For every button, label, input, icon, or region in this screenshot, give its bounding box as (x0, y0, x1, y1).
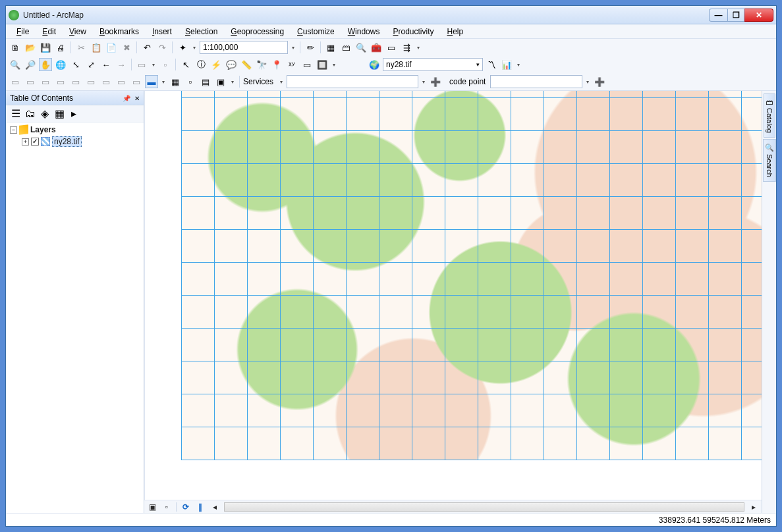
list-by-source-button[interactable]: 🗂 (24, 108, 36, 120)
paste-button[interactable]: 📄 (105, 41, 118, 54)
go-to-xy-button[interactable]: ᵡʸ (285, 58, 298, 71)
scroll-right-button[interactable]: ▸ (748, 502, 759, 512)
menu-help[interactable]: Help (441, 26, 470, 38)
edit-tool9[interactable]: ▭ (130, 75, 143, 88)
menu-geoprocessing[interactable]: Geoprocessing (224, 26, 291, 38)
copy-button[interactable]: 📋 (90, 41, 103, 54)
cut-button[interactable]: ✂ (74, 41, 88, 54)
menu-bookmarks[interactable]: Bookmarks (93, 26, 146, 38)
time-slider-button[interactable]: ▭ (300, 58, 314, 71)
scroll-left-button[interactable]: ◂ (209, 502, 220, 512)
fixed-zoom-out-button[interactable]: ⤢ (84, 58, 98, 71)
close-panel-button[interactable] (134, 93, 140, 103)
expand-toggle[interactable]: + (22, 138, 29, 146)
undo-button[interactable]: ↶ (140, 41, 154, 54)
close-button[interactable]: ✕ (744, 9, 773, 22)
pan-button[interactable]: ✋ (39, 58, 52, 71)
pause-button[interactable]: ‖ (195, 502, 206, 512)
print-button[interactable]: 🖨 (54, 41, 67, 54)
edit-tool2[interactable]: ▭ (24, 75, 37, 88)
add-data-dropdown[interactable]: ▾ (191, 41, 198, 54)
tools-overflow[interactable]: ▾ (331, 58, 337, 71)
measure-button[interactable]: 📏 (240, 58, 253, 71)
pin-button[interactable] (123, 93, 130, 103)
refresh-button[interactable]: ⟳ (181, 502, 191, 512)
cp-dd[interactable]: ▾ (584, 75, 591, 88)
select-elements-button[interactable]: ↖ (179, 58, 192, 71)
select-dropdown[interactable]: ▾ (150, 58, 157, 71)
edit-tool6[interactable]: ▭ (84, 75, 98, 88)
effects-histo-button[interactable]: 📊 (500, 58, 513, 71)
identify-button[interactable]: ⓘ (194, 58, 208, 71)
h-scrollbar[interactable] (224, 502, 744, 512)
collapse-toggle[interactable]: − (10, 126, 17, 134)
map-view[interactable] (144, 91, 762, 500)
edit-tool3[interactable]: ▭ (39, 75, 52, 88)
menu-file[interactable]: File (10, 26, 36, 38)
layout-view-button[interactable]: ▫ (161, 502, 172, 512)
menu-windows[interactable]: Windows (341, 26, 387, 38)
zoom-out-button[interactable]: 🔎 (24, 58, 37, 71)
scale-dropdown[interactable]: ▾ (290, 41, 296, 54)
edit-tool4[interactable]: ▭ (54, 75, 67, 88)
catalog-button[interactable]: 🗃 (339, 41, 352, 54)
menu-customize[interactable]: Customize (291, 26, 341, 38)
find-button[interactable]: 🔭 (255, 58, 268, 71)
layer-item[interactable]: + ✓ ny28.tif (7, 136, 142, 147)
search-window-button[interactable]: 🔍 (354, 41, 368, 54)
misc-snap[interactable]: ▫ (184, 75, 197, 88)
clear-selected-button[interactable]: ▫ (159, 58, 172, 71)
select-features-button[interactable]: ▭ (135, 58, 148, 71)
list-by-drawing-order-button[interactable]: ☰ (10, 108, 22, 120)
python-button[interactable]: ▭ (385, 41, 398, 54)
menu-selection[interactable]: Selection (179, 26, 224, 38)
hyperlink-button[interactable]: ⚡ (209, 58, 223, 71)
catalog-tab[interactable]: 🗃Catalog (764, 93, 775, 138)
minimize-button[interactable]: — (709, 9, 727, 22)
edit-tool8[interactable]: ▭ (115, 75, 128, 88)
editor-toolbar-button[interactable]: ✏ (304, 41, 317, 54)
services-dropdown[interactable]: ▾ (278, 75, 285, 88)
svc-dd[interactable]: ▾ (420, 75, 427, 88)
effects-swipe-button[interactable]: 〽 (485, 58, 498, 71)
layer-combo[interactable]: ny28.tif ▾ (383, 58, 483, 71)
data-view-button[interactable]: ▣ (147, 502, 157, 512)
layers-node[interactable]: − Layers (7, 125, 142, 134)
edit-tool5[interactable]: ▭ (69, 75, 82, 88)
menu-view[interactable]: View (63, 26, 93, 38)
next-extent-button[interactable]: → (115, 58, 128, 71)
add-data-button[interactable]: ✦ (176, 41, 189, 54)
zoom-in-button[interactable]: 🔍 (9, 58, 22, 71)
edit-tool[interactable]: ▭ (9, 75, 22, 88)
codepoint-combo[interactable] (490, 75, 582, 88)
misc-opt2[interactable]: ▣ (214, 75, 227, 88)
viewer-button[interactable]: 🔲 (316, 58, 329, 71)
open-button[interactable]: 📂 (24, 41, 37, 54)
misc-opt[interactable]: ▤ (199, 75, 212, 88)
visibility-checkbox[interactable]: ✓ (31, 138, 39, 146)
delete-button[interactable]: ✖ (120, 41, 133, 54)
find-route-button[interactable]: 📍 (270, 58, 283, 71)
cp-add-button[interactable]: ➕ (593, 75, 606, 88)
html-popup-button[interactable]: 💬 (225, 58, 238, 71)
new-button[interactable]: 🗎 (9, 41, 22, 54)
menu-productivity[interactable]: Productivity (386, 26, 440, 38)
prev-extent-button[interactable]: ← (99, 58, 113, 71)
misc-overflow[interactable]: ▾ (229, 75, 236, 88)
fixed-zoom-in-button[interactable]: ⤡ (69, 58, 82, 71)
menu-insert[interactable]: Insert (146, 26, 179, 38)
maximize-button[interactable]: ❐ (727, 9, 744, 22)
list-by-selection-button[interactable]: ▦ (53, 108, 65, 120)
toolbox-button[interactable]: 🧰 (370, 41, 383, 54)
save-button[interactable]: 💾 (39, 41, 52, 54)
svc-add-button[interactable]: ➕ (429, 75, 442, 88)
toc-button[interactable]: ▦ (324, 41, 337, 54)
toolbar-overflow[interactable]: ▾ (415, 41, 422, 54)
search-tab[interactable]: 🔍Search (763, 139, 776, 182)
list-by-visibility-button[interactable]: ◈ (39, 108, 51, 120)
scale-combo[interactable] (200, 41, 288, 54)
menu-edit[interactable]: Edit (36, 26, 63, 38)
edit-tool7[interactable]: ▭ (99, 75, 113, 88)
active-tool[interactable]: ▬ (145, 75, 158, 88)
modelbuilder-button[interactable]: ⇶ (400, 41, 413, 54)
